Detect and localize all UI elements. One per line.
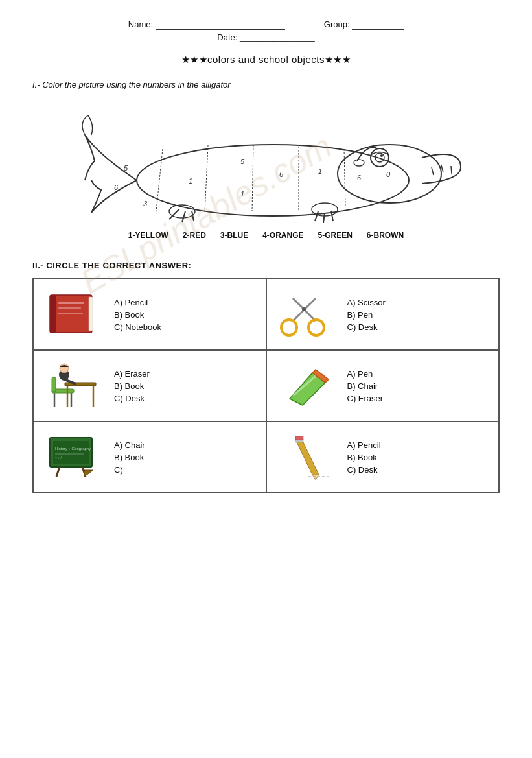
header-row2: Date: ________________ xyxy=(217,32,314,42)
section1-label: I.- Color the picture using the numbers … xyxy=(32,80,500,89)
color-3: 3-BLUE xyxy=(220,231,248,240)
svg-text:0: 0 xyxy=(386,171,391,178)
color-6: 6-BROWN xyxy=(367,231,404,240)
quiz-options-2: A) Scissor B) Pen C) Desk xyxy=(347,298,386,332)
color-5: 5-GREEN xyxy=(318,231,353,240)
quiz-cell-3: A) Eraser B) Book C) Desk xyxy=(33,350,266,421)
svg-text:6: 6 xyxy=(357,174,362,182)
name-label: Name: xyxy=(128,19,285,30)
group-label: Group: xyxy=(324,19,404,30)
date-label: Date: ________________ xyxy=(217,32,314,42)
svg-rect-37 xyxy=(89,297,93,331)
option-5b: B) Book xyxy=(114,453,145,462)
header-section: Name: Group: Date: ________________ xyxy=(32,19,500,42)
color-4: 4-ORANGE xyxy=(262,231,303,240)
svg-rect-46 xyxy=(52,377,56,392)
scissors-icon xyxy=(273,289,338,340)
svg-text:6: 6 xyxy=(279,171,284,178)
svg-point-40 xyxy=(302,307,306,311)
alligator-svg: 5 6 3 1 5 1 6 1 6 0 xyxy=(78,96,467,226)
svg-line-12 xyxy=(451,166,452,174)
quiz-options-6: A) Pencil B) Book C) Desk xyxy=(347,440,381,475)
quiz-cell-5: History + Geography = + / - A) Chair B) … xyxy=(33,421,266,493)
svg-marker-63 xyxy=(84,470,93,477)
option-3a: A) Eraser xyxy=(114,369,150,379)
svg-rect-35 xyxy=(58,307,81,309)
svg-text:= + / -: = + / - xyxy=(55,456,64,460)
quiz-cell-4: A) Pen B) Chair C) Eraser xyxy=(266,350,500,421)
option-3b: B) Book xyxy=(114,381,150,391)
color-1: 1-YELLOW xyxy=(128,231,168,240)
section2-label: II.- CIRCLE THE CORRECT ANSWER: xyxy=(32,261,500,270)
svg-marker-64 xyxy=(296,441,319,475)
svg-text:1: 1 xyxy=(240,190,244,198)
svg-point-15 xyxy=(380,154,383,157)
quiz-options-4: A) Pen B) Chair C) Eraser xyxy=(347,369,384,403)
option-6b: B) Book xyxy=(347,453,381,462)
quiz-options-3: A) Eraser B) Book C) Desk xyxy=(114,369,150,403)
svg-line-7 xyxy=(323,213,325,223)
svg-text:History + Geography: History + Geography xyxy=(55,447,91,451)
option-4c: C) Eraser xyxy=(347,394,384,403)
svg-text:5: 5 xyxy=(124,164,128,172)
svg-text:5: 5 xyxy=(240,158,245,165)
quiz-cell-2: A) Scissor B) Pen C) Desk xyxy=(266,279,500,350)
svg-text:3: 3 xyxy=(143,200,148,207)
svg-point-42 xyxy=(308,320,324,335)
worksheet-title: ★★★colors and school objects★★★ xyxy=(32,54,500,65)
book-icon xyxy=(40,289,105,340)
svg-rect-47 xyxy=(65,383,96,386)
svg-line-16 xyxy=(156,149,163,211)
svg-rect-57 xyxy=(53,441,89,464)
svg-text:1: 1 xyxy=(318,167,322,175)
svg-rect-34 xyxy=(58,302,84,304)
svg-rect-67 xyxy=(295,436,303,440)
eraser-icon xyxy=(273,360,338,412)
svg-text:1: 1 xyxy=(189,177,192,185)
option-1b: B) Book xyxy=(114,310,161,320)
blackboard-icon: History + Geography = + / - xyxy=(40,431,105,483)
color-2: 2-RED xyxy=(183,231,206,240)
svg-line-6 xyxy=(315,211,318,221)
option-2c: C) Desk xyxy=(347,322,386,332)
option-5c: C) xyxy=(114,465,145,475)
svg-rect-36 xyxy=(58,313,83,314)
quiz-grid: A) Pencil B) Book C) Notebook A) Sc xyxy=(32,278,500,493)
pencil-icon xyxy=(273,431,338,483)
color-legend: 1-YELLOW 2-RED 3-BLUE 4-ORANGE 5-GREEN 6… xyxy=(128,231,404,240)
option-6a: A) Pencil xyxy=(347,440,381,450)
option-2b: B) Pen xyxy=(347,310,386,320)
quiz-cell-1: A) Pencil B) Book C) Notebook xyxy=(33,279,266,350)
option-1c: C) Notebook xyxy=(114,322,161,332)
student-icon xyxy=(40,360,105,412)
header-row1: Name: Group: xyxy=(128,19,404,30)
group-underline xyxy=(352,19,404,30)
option-3c: C) Desk xyxy=(114,394,150,403)
svg-point-41 xyxy=(281,320,297,335)
quiz-options-5: A) Chair B) Book C) xyxy=(114,440,145,475)
option-2a: A) Scissor xyxy=(347,298,386,307)
svg-text:6: 6 xyxy=(114,184,119,191)
svg-line-3 xyxy=(182,211,185,222)
option-4b: B) Chair xyxy=(347,381,384,391)
svg-line-17 xyxy=(205,145,208,213)
option-4a: A) Pen xyxy=(347,369,384,379)
option-6c: C) Desk xyxy=(347,465,381,475)
alligator-section: 5 6 3 1 5 1 6 1 6 0 1-YELLOW 2-RED 3-BLU… xyxy=(32,96,500,240)
svg-line-18 xyxy=(252,145,253,211)
alligator-image: 5 6 3 1 5 1 6 1 6 0 xyxy=(78,96,454,226)
name-underline xyxy=(156,19,285,30)
svg-rect-33 xyxy=(50,295,56,333)
svg-point-31 xyxy=(354,160,364,166)
quiz-options-1: A) Pencil B) Book C) Notebook xyxy=(114,298,161,332)
option-5a: A) Chair xyxy=(114,440,145,450)
option-1a: A) Pencil xyxy=(114,298,161,307)
svg-line-10 xyxy=(432,167,434,175)
quiz-cell-6: A) Pencil B) Book C) Desk xyxy=(266,421,500,493)
svg-line-61 xyxy=(56,467,60,477)
